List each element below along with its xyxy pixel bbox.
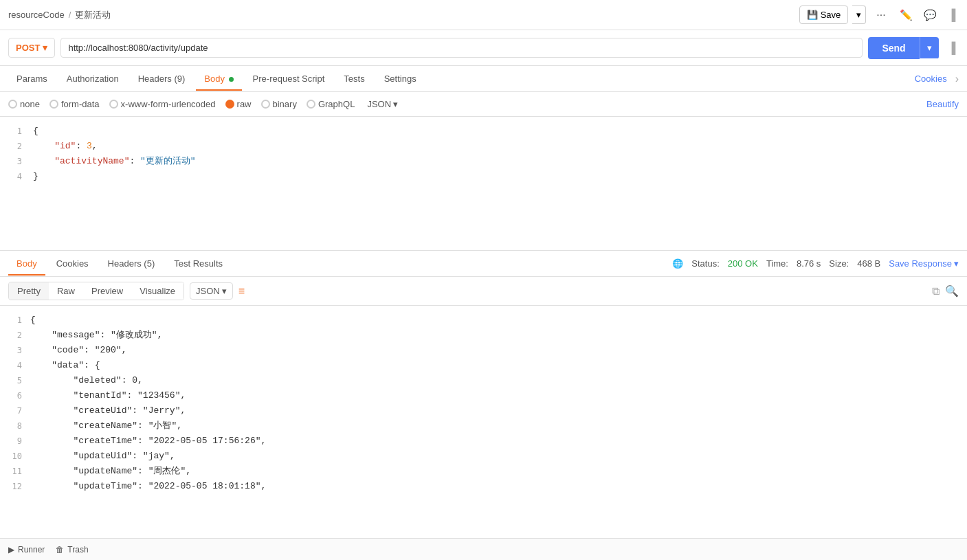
radio-urlencoded-label: x-www-form-urlencoded [121,99,216,109]
save-button[interactable]: 💾 Save [799,5,849,24]
status-value: 200 OK [728,258,758,269]
response-format-select[interactable]: JSON ▾ [190,282,233,300]
radio-binary[interactable]: binary [261,99,297,109]
tab-authorization[interactable]: Authorization [58,68,127,91]
cookies-link[interactable]: Cookies [915,74,947,84]
resp-line-num-8: 8 [5,418,22,434]
tab-sidebar-arrow-icon[interactable]: › [955,73,959,85]
save-response-button[interactable]: Save Response ▾ [889,258,959,269]
response-area: Body Cookies Headers (5) Test Results 🌐 … [0,251,967,560]
chat-icon-button[interactable]: 💬 [920,5,940,25]
radio-none-label: none [20,99,40,109]
response-format-bar: Pretty Raw Preview Visualize JSON ▾ ≡ ⧉ … [0,277,967,306]
response-status-bar: 🌐 Status: 200 OK Time: 8.76 s Size: 468 … [672,258,959,269]
save-icon: 💾 [807,10,818,20]
radio-form-data-label: form-data [61,99,100,109]
save-label: Save [821,10,841,20]
resp-line-num-2: 2 [5,328,22,343]
method-chevron-icon: ▾ [43,43,47,53]
globe-icon: 🌐 [672,258,683,269]
format-preview-button[interactable]: Preview [83,282,131,300]
breadcrumb-part2: 更新活动 [75,9,111,21]
radio-dot-graphql [307,100,315,109]
response-format-button-group: Pretty Raw Preview Visualize [8,282,184,300]
radio-none[interactable]: none [8,99,40,109]
trash-button[interactable]: 🗑 Trash [56,545,88,555]
format-pretty-button[interactable]: Pretty [9,282,49,300]
method-select[interactable]: POST ▾ [8,38,55,58]
response-format-chevron-icon: ▾ [222,286,227,296]
line-num-3: 3 [5,154,22,169]
request-line-numbers: 1 2 3 4 [0,117,27,191]
tab-pre-request-script[interactable]: Pre-request Script [245,68,333,91]
runner-label: Runner [18,545,45,555]
send-button-group: Send ▾ [868,37,938,59]
resp-line-num-7: 7 [5,403,22,418]
response-tab-cookies[interactable]: Cookies [48,253,97,276]
response-code-content: { "message": "修改成功", "code": "200", "dat… [27,306,967,501]
runner-icon: ▶ [8,545,14,555]
radio-raw[interactable]: raw [225,99,252,109]
filter-icon-button[interactable]: ≡ [238,285,245,298]
copy-icon-button[interactable]: ⧉ [932,284,940,298]
response-tab-body[interactable]: Body [8,253,45,276]
format-visualize-button[interactable]: Visualize [131,282,184,300]
request-code-lines: 1 2 3 4 { "id": 3, "activityName": "更新的活… [0,117,967,191]
url-input[interactable] [60,38,863,58]
size-value: 468 B [857,258,880,269]
more-button[interactable]: ··· [870,5,891,25]
request-tab-nav: Params Authorization Headers (9) Body Pr… [0,66,967,92]
edit-icon-button[interactable]: ✏️ [896,5,916,25]
format-select[interactable]: JSON ▾ [367,99,398,109]
breadcrumb: resourceCode / 更新活动 [8,9,794,21]
response-icons: ⧉ 🔍 [932,284,959,298]
resp-line-num-9: 9 [5,434,22,449]
radio-form-data[interactable]: form-data [49,99,100,109]
radio-graphql[interactable]: GraphQL [307,99,355,109]
trash-icon: 🗑 [56,545,64,555]
request-code-content[interactable]: { "id": 3, "activityName": "更新的活动" } [27,117,967,191]
resp-line-num-4: 4 [5,358,22,373]
method-label: POST [16,43,40,53]
body-type-bar: none form-data x-www-form-urlencoded raw… [0,92,967,117]
response-code-area[interactable]: 1 2 3 4 5 6 7 8 9 10 11 12 { "message": … [0,306,967,560]
tab-tests[interactable]: Tests [335,68,373,91]
line-num-4: 4 [5,169,22,184]
response-tab-test-results[interactable]: Test Results [166,253,231,276]
response-tab-headers[interactable]: Headers (5) [100,253,164,276]
request-code-editor[interactable]: 1 2 3 4 { "id": 3, "activityName": "更新的活… [0,117,967,251]
tab-body[interactable]: Body [196,68,241,91]
beautify-button[interactable]: Beautify [926,99,959,109]
time-value: 8.76 s [797,258,821,269]
radio-urlencoded[interactable]: x-www-form-urlencoded [109,99,216,109]
tab-headers[interactable]: Headers (9) [130,68,194,91]
tab-settings[interactable]: Settings [376,68,425,91]
resp-line-num-3: 3 [5,343,22,358]
format-raw-button[interactable]: Raw [49,282,83,300]
radio-dot-form-data [49,100,58,109]
resp-line-num-11: 11 [5,464,22,479]
radio-binary-label: binary [273,99,297,109]
tab-params[interactable]: Params [8,68,56,91]
resp-line-num-6: 6 [5,388,22,403]
time-label: Time: [766,258,788,269]
size-label: Size: [829,258,849,269]
sidebar-icon-button[interactable]: ▐ [944,5,959,25]
save-dropdown-button[interactable]: ▾ [852,5,866,24]
radio-graphql-label: GraphQL [318,99,355,109]
right-sidebar-toggle[interactable]: ▐ [944,38,959,58]
trash-label: Trash [67,545,88,555]
radio-dot-none [8,100,17,109]
radio-dot-raw [225,100,234,109]
resp-line-num-1: 1 [5,313,22,328]
response-line-numbers: 1 2 3 4 5 6 7 8 9 10 11 12 [0,306,27,501]
status-label: Status: [691,258,719,269]
url-bar: POST ▾ Send ▾ ▐ [0,30,967,66]
search-icon-button[interactable]: 🔍 [945,284,959,298]
top-bar: resourceCode / 更新活动 💾 Save ▾ ··· ✏️ 💬 ▐ [0,0,967,30]
send-main-button[interactable]: Send [868,37,919,59]
send-dropdown-button[interactable]: ▾ [920,37,939,58]
resp-line-num-5: 5 [5,373,22,388]
save-response-label: Save Response [889,258,952,269]
runner-button[interactable]: ▶ Runner [8,545,45,555]
